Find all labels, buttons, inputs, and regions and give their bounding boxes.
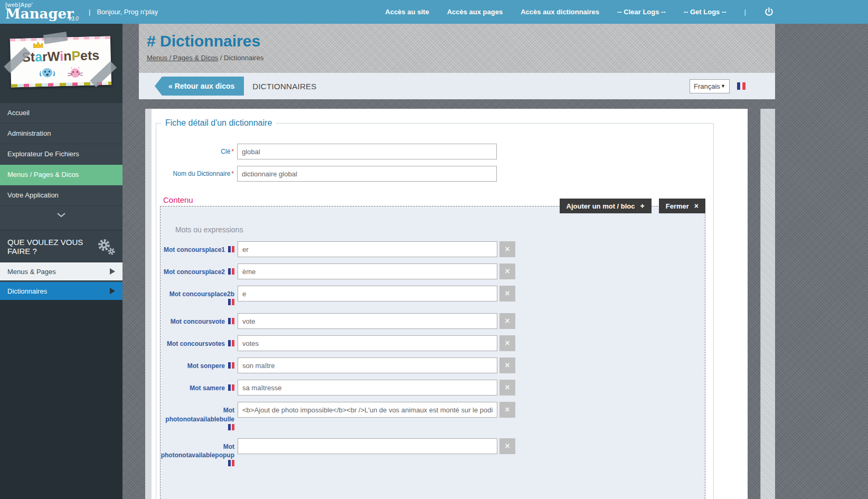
- word-row: Mot photonotavailablepopup ×: [161, 438, 705, 468]
- sidebar-filler: [0, 300, 122, 499]
- remove-word-button[interactable]: ×: [499, 241, 515, 257]
- remove-word-button[interactable]: ×: [499, 335, 515, 351]
- page-title: # Dictionnaires: [147, 32, 775, 50]
- remove-word-button[interactable]: ×: [499, 263, 515, 279]
- field-row-nom: Nom du Dictionnaire*: [160, 166, 705, 182]
- sidebar-nav: Accueil Administration Explorateur De Fi…: [0, 103, 122, 224]
- logout-power-button[interactable]: [764, 7, 774, 17]
- word-label: Mot concoursplace2: [161, 263, 234, 276]
- label-text: Clé: [221, 148, 230, 155]
- remove-icon: ×: [505, 267, 510, 276]
- topnav-acces-site[interactable]: Accès au site: [385, 8, 429, 16]
- topnav-get-logs[interactable]: -- Get Logs --: [684, 8, 727, 16]
- sidebar-item-explorateur[interactable]: Explorateur De Fichiers: [0, 144, 122, 165]
- power-icon: [764, 7, 774, 17]
- arrow-right-icon: [110, 268, 115, 275]
- word-value-input[interactable]: [238, 263, 497, 279]
- remove-icon: ×: [505, 383, 510, 392]
- topnav-acces-dictionnaires[interactable]: Accès aux dictionnaires: [521, 8, 599, 16]
- french-flag-icon: [228, 246, 234, 252]
- close-content-button[interactable]: Fermer ×: [659, 199, 705, 213]
- word-value-input[interactable]: [238, 402, 497, 418]
- topnav-acces-pages[interactable]: Accès aux pages: [447, 8, 503, 16]
- word-value-input[interactable]: [238, 357, 497, 373]
- sidebar-item-menus-pages-dicos[interactable]: Menus / Pages & Dicos: [0, 165, 122, 185]
- logo-letter: n: [63, 48, 72, 63]
- word-label: Mot photonotavailablebulle: [161, 402, 234, 432]
- sidebar-subitem-menus-pages[interactable]: Menus & Pages: [0, 262, 122, 280]
- back-to-dicos-button[interactable]: « Retour aux dicos: [155, 77, 244, 96]
- add-word-button[interactable]: Ajouter un mot / bloc +: [560, 199, 652, 213]
- brand-big: Manager: [5, 6, 74, 21]
- sidebar-subitem-dictionnaires[interactable]: Dictionnaires: [0, 282, 122, 300]
- french-flag-icon: [228, 299, 234, 305]
- word-label-text: Mot concoursplace2: [164, 268, 225, 276]
- close-label: Fermer: [666, 202, 689, 210]
- remove-word-button[interactable]: ×: [499, 380, 515, 396]
- nom-dictionnaire-input[interactable]: [237, 166, 497, 182]
- close-icon: ×: [694, 202, 699, 210]
- french-flag-icon: [228, 460, 234, 466]
- word-label: Mot concoursvote: [161, 313, 234, 326]
- add-word-label: Ajouter un mot / bloc: [567, 202, 635, 210]
- words-header: Mots ou expressions: [175, 225, 705, 234]
- word-label-text: Mot concoursvote: [171, 318, 225, 325]
- logo-letter: a: [35, 49, 43, 64]
- tape-decoration: [43, 32, 68, 44]
- vertical-scrollbar[interactable]: [760, 109, 775, 499]
- remove-word-button[interactable]: ×: [499, 286, 515, 302]
- question-header: QUE VOULEZ VOUS FAIRE ?: [0, 230, 122, 262]
- breadcrumb-link-menus-pages-dicos[interactable]: Menus / Pages & Dicos: [147, 54, 218, 62]
- word-label: Mot sonpere: [161, 357, 234, 370]
- subitem-label: Dictionnaires: [7, 287, 47, 295]
- logo-letter: s: [92, 48, 100, 62]
- words-container: Mots ou expressions Mot concoursplace1 ×…: [160, 206, 705, 499]
- gears-icon: [96, 238, 116, 256]
- question-header-label: QUE VOULEZ VOUS FAIRE ?: [7, 238, 96, 256]
- word-value-input[interactable]: [238, 313, 497, 329]
- word-row: Mot photonotavailablebulle ×: [161, 402, 705, 432]
- crown-icon: [32, 41, 44, 49]
- contenu-label: Contenu: [163, 195, 193, 204]
- breadcrumb-separator: /: [220, 54, 222, 62]
- starwinpets-logo: StarWinPets: [10, 36, 111, 88]
- word-row: Mot sonpere ×: [161, 357, 705, 373]
- cle-input[interactable]: [237, 144, 497, 159]
- word-label-text: Mot sonpere: [187, 362, 225, 370]
- language-selected-value: Français: [694, 82, 720, 90]
- greeting: | Bonjour, Prog n'play: [89, 8, 158, 16]
- remove-icon: ×: [505, 244, 510, 253]
- content-region: Fiche détail d'un dictionnaire Clé* Nom …: [139, 99, 775, 499]
- subitem-label: Menus & Pages: [7, 268, 56, 276]
- remove-word-button[interactable]: ×: [499, 402, 515, 418]
- remove-word-button[interactable]: ×: [499, 438, 515, 454]
- french-flag-icon: [228, 318, 234, 324]
- breadcrumb-current: Dictionnaires: [224, 54, 263, 62]
- remove-icon: ×: [505, 405, 510, 414]
- remove-icon: ×: [505, 289, 510, 298]
- field-row-cle: Clé*: [160, 144, 705, 159]
- topnav-clear-logs[interactable]: -- Clear Logs --: [617, 8, 666, 16]
- remove-icon: ×: [505, 338, 510, 347]
- cle-label: Clé*: [160, 148, 234, 155]
- word-value-input[interactable]: [238, 335, 497, 351]
- sidebar-item-accueil[interactable]: Accueil: [0, 103, 122, 124]
- sidebar-item-votre-application[interactable]: Votre Application: [0, 185, 122, 206]
- brand-version: v3.0: [69, 16, 79, 22]
- word-value-input[interactable]: [238, 286, 497, 302]
- remove-word-button[interactable]: ×: [499, 313, 515, 329]
- topnav-separator: |: [744, 8, 746, 16]
- language-select[interactable]: Français ▼: [690, 79, 730, 93]
- word-label-text: Mot samere: [190, 384, 225, 392]
- word-value-input[interactable]: [238, 380, 497, 396]
- remove-word-button[interactable]: ×: [499, 357, 515, 373]
- label-text: Nom du Dictionnaire: [173, 170, 231, 177]
- content-section-header: Contenu Ajouter un mot / bloc + Fermer ×: [160, 195, 705, 213]
- sidebar-expand-toggle[interactable]: [0, 206, 122, 224]
- word-row: Mot concoursplace2 ×: [161, 263, 705, 279]
- french-flag-icon: [228, 424, 234, 430]
- word-value-input[interactable]: [238, 241, 497, 257]
- sidebar-item-administration[interactable]: Administration: [0, 124, 122, 144]
- word-row: Mot concoursplace1 ×: [161, 241, 705, 257]
- word-value-input[interactable]: [238, 438, 497, 454]
